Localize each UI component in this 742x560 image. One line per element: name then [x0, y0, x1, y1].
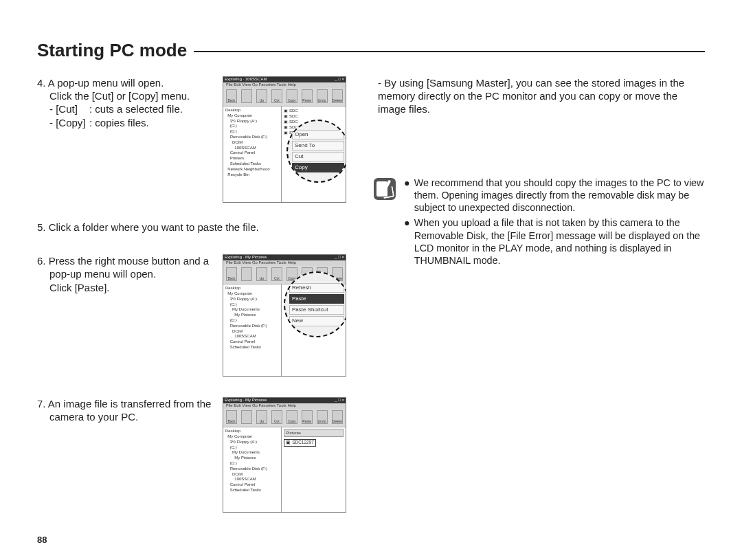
note-item-2-text: When you upload a file that is not taken… — [414, 216, 705, 267]
step-4-copy: - [Copy] : copies files. — [37, 116, 214, 129]
pane-item: ▣ SDC — [284, 108, 344, 113]
figure-3-body: Desktop My Computer 3½ Floppy (A:) (C:) … — [223, 427, 346, 513]
step-7-text: 7. An image file is transferred from the… — [37, 397, 214, 423]
context-menu-item: Paste — [289, 294, 344, 304]
step-4-line: 4. A pop-up menu will open. — [37, 76, 214, 89]
tree-line: Removable Disk (F:) — [225, 324, 279, 329]
tree-line: Desktop — [225, 286, 279, 291]
tree-line: Recycle Bin — [225, 172, 279, 178]
figure-1-toolbar: BackUpCutCopyPasteUndoDelete — [223, 88, 346, 107]
tree-line: 3½ Floppy (A:) — [225, 119, 279, 124]
page-number: 88 — [37, 535, 47, 545]
tree-line: Control Panel — [225, 150, 279, 156]
figure-3-pane-header: Pictures — [284, 429, 344, 437]
tree-line: (C:) — [225, 124, 279, 129]
context-menu-item: Send To — [292, 141, 344, 150]
toolbar-button: Paste — [302, 89, 313, 103]
tree-line: 3½ Floppy (A:) — [225, 440, 279, 445]
copy-desc: : copies files. — [89, 116, 149, 129]
figure-1-tree: Desktop My Computer 3½ Floppy (A:) (C:) … — [223, 107, 282, 203]
right-top-dash: - — [378, 77, 381, 89]
right-top-text: By using [Samsung Master], you can see t… — [378, 77, 684, 115]
context-menu-item: Cut — [292, 152, 344, 161]
step-6-num: 6. — [37, 255, 46, 267]
tree-line: (C:) — [225, 302, 279, 308]
step-4-cut: - [Cut] : cuts a selected file. — [37, 102, 214, 115]
toolbar-button — [241, 89, 252, 103]
pane-item: ▣ SDC — [284, 113, 344, 119]
tree-line: My Pictures — [225, 313, 279, 318]
tree-line: DCIM — [225, 140, 279, 146]
note-icon — [374, 178, 396, 200]
figure-3-pane-item: ▣ SDC12297 — [284, 439, 316, 447]
figure-3-title-left: Exploring · My Pictures — [225, 398, 267, 403]
columns: 4. A pop-up menu will open. Click the [C… — [37, 76, 705, 513]
figure-1-titlebar: Exploring · 100SSCAM _ □ × — [223, 77, 346, 82]
tree-line: Printers — [225, 156, 279, 161]
toolbar-button: Back — [226, 267, 237, 281]
context-menu-item: New — [289, 316, 344, 326]
step-6-l3: Click [Paste]. — [37, 281, 214, 294]
step-4-l2: Click the [Cut] or [Copy] menu. — [37, 89, 214, 102]
tree-line: Scheduled Tasks — [225, 161, 279, 167]
right-top-paragraph: - By using [Samsung Master], you can see… — [374, 76, 705, 116]
toolbar-button — [241, 267, 252, 281]
tree-line: My Documents — [225, 450, 279, 456]
figure-2-title-right: _ □ × — [335, 255, 344, 260]
right-column: - By using [Samsung Master], you can see… — [374, 76, 705, 513]
manual-page: Starting PC mode 4. A pop-up menu will o… — [0, 0, 742, 560]
toolbar-button: Up — [256, 267, 267, 281]
tree-line: My Computer — [225, 434, 279, 440]
tree-line: My Documents — [225, 307, 279, 313]
figure-3-explorer: Exploring · My Pictures _ □ × File Edit … — [223, 397, 346, 513]
bullet-dot: ● — [404, 177, 410, 214]
tree-line: DCIM — [225, 329, 279, 335]
step-4: 4. A pop-up menu will open. Click the [C… — [37, 76, 352, 203]
tree-line: 100SSCAM — [225, 477, 279, 482]
step-7-num: 7. — [37, 398, 46, 410]
toolbar-button: Undo — [317, 410, 328, 424]
toolbar-button: Undo — [317, 89, 328, 103]
step-4-l1: A pop-up menu will open. — [48, 77, 164, 89]
tree-line: (D:) — [225, 129, 279, 135]
tree-line: 3½ Floppy (A:) — [225, 297, 279, 302]
step-5-text: Click a folder where you want to paste t… — [49, 221, 259, 233]
note-list: ● We recommend that you should copy the … — [404, 177, 705, 270]
left-column: 4. A pop-up menu will open. Click the [C… — [37, 76, 352, 513]
toolbar-button: Cut — [271, 410, 282, 424]
note-box: ● We recommend that you should copy the … — [374, 177, 705, 270]
note-item-1: ● We recommend that you should copy the … — [404, 177, 705, 214]
cut-desc: : cuts a selected file. — [89, 102, 183, 115]
tree-line: My Computer — [225, 113, 279, 119]
cut-label: - [Cut] — [49, 102, 89, 115]
tree-line: (D:) — [225, 461, 279, 467]
step-7-l1: An image file is transferred from the — [48, 398, 212, 410]
context-menu-item: Paste Shortcut — [289, 305, 344, 315]
figure-2-menubar: File Edit View Go Favorites Tools Help — [223, 260, 346, 266]
figure-2-title-left: Exploring · My Pictures — [225, 255, 267, 260]
tree-line: Desktop — [225, 429, 279, 434]
tree-line: Network Neighborhood — [225, 167, 279, 172]
figure-3-toolbar: BackUpCutCopyPasteUndoDelete — [223, 409, 346, 427]
tree-line: 100SSCAM — [225, 146, 279, 151]
toolbar-button: Cut — [271, 89, 282, 103]
toolbar-button: Delete — [332, 410, 343, 424]
toolbar-button: Delete — [332, 89, 343, 103]
tree-line: My Computer — [225, 291, 279, 297]
context-menu-item: Refresh — [289, 283, 344, 293]
tree-line: Scheduled Tasks — [225, 488, 279, 493]
tree-line: Desktop — [225, 108, 279, 113]
step-6-l1: Press the right mouse button and a — [49, 255, 209, 267]
toolbar-button — [241, 410, 252, 424]
step-6-text: 6. Press the right mouse button and a po… — [37, 254, 214, 294]
title-row: Starting PC mode — [37, 40, 705, 61]
page-title: Starting PC mode — [37, 40, 187, 61]
toolbar-button: Copy — [286, 89, 297, 103]
copy-label: - [Copy] — [49, 116, 89, 129]
context-menu-item: Open — [292, 130, 344, 139]
figure-2-explorer: Exploring · My Pictures _ □ × File Edit … — [223, 254, 346, 377]
figure-3-menubar: File Edit View Go Favorites Tools Help — [223, 403, 346, 409]
step-5: 5. Click a folder where you want to past… — [37, 221, 352, 234]
tree-line: Removable Disk (F:) — [225, 135, 279, 140]
toolbar-button: Paste — [302, 410, 313, 424]
